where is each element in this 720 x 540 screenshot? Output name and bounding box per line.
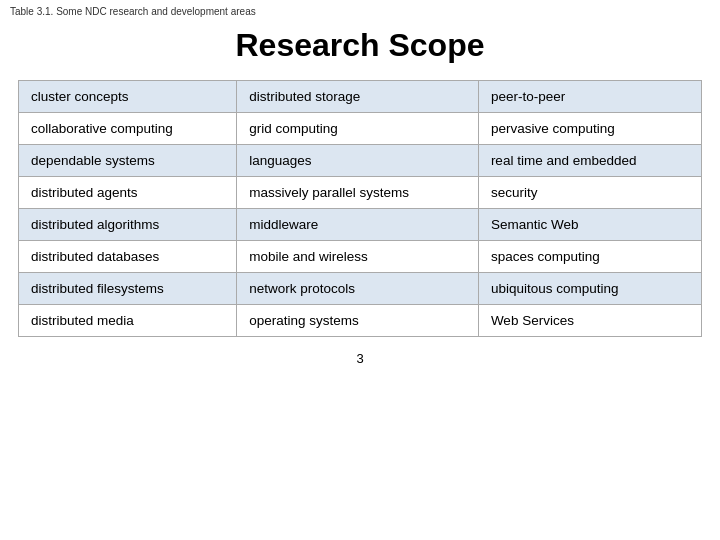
table-cell: network protocols <box>237 273 479 305</box>
table-cell: distributed algorithms <box>19 209 237 241</box>
table-cell: dependable systems <box>19 145 237 177</box>
table-cell: ubiquitous computing <box>478 273 701 305</box>
table-row: distributed mediaoperating systemsWeb Se… <box>19 305 702 337</box>
table-cell: distributed agents <box>19 177 237 209</box>
table-row: collaborative computinggrid computingper… <box>19 113 702 145</box>
table-cell: security <box>478 177 701 209</box>
caption: Table 3.1. Some NDC research and develop… <box>0 0 720 19</box>
table-cell: distributed filesystems <box>19 273 237 305</box>
table-cell: real time and embedded <box>478 145 701 177</box>
table-cell: mobile and wireless <box>237 241 479 273</box>
table-cell: peer-to-peer <box>478 81 701 113</box>
table-cell: spaces computing <box>478 241 701 273</box>
page-number: 3 <box>0 337 720 366</box>
table-cell: pervasive computing <box>478 113 701 145</box>
table-cell: collaborative computing <box>19 113 237 145</box>
research-scope-table-wrapper: cluster conceptsdistributed storagepeer-… <box>0 80 720 337</box>
table-cell: distributed databases <box>19 241 237 273</box>
table-cell: massively parallel systems <box>237 177 479 209</box>
table-row: dependable systemslanguagesreal time and… <box>19 145 702 177</box>
table-cell: middleware <box>237 209 479 241</box>
table-cell: grid computing <box>237 113 479 145</box>
table-cell: distributed media <box>19 305 237 337</box>
table-row: distributed agentsmassively parallel sys… <box>19 177 702 209</box>
table-cell: Web Services <box>478 305 701 337</box>
table-row: distributed algorithmsmiddlewareSemantic… <box>19 209 702 241</box>
table-cell: Semantic Web <box>478 209 701 241</box>
table-cell: distributed storage <box>237 81 479 113</box>
table-cell: languages <box>237 145 479 177</box>
table-row: distributed databasesmobile and wireless… <box>19 241 702 273</box>
page-title: Research Scope <box>0 19 720 80</box>
table-cell: cluster concepts <box>19 81 237 113</box>
table-row: cluster conceptsdistributed storagepeer-… <box>19 81 702 113</box>
research-scope-table: cluster conceptsdistributed storagepeer-… <box>18 80 702 337</box>
table-row: distributed filesystemsnetwork protocols… <box>19 273 702 305</box>
table-cell: operating systems <box>237 305 479 337</box>
